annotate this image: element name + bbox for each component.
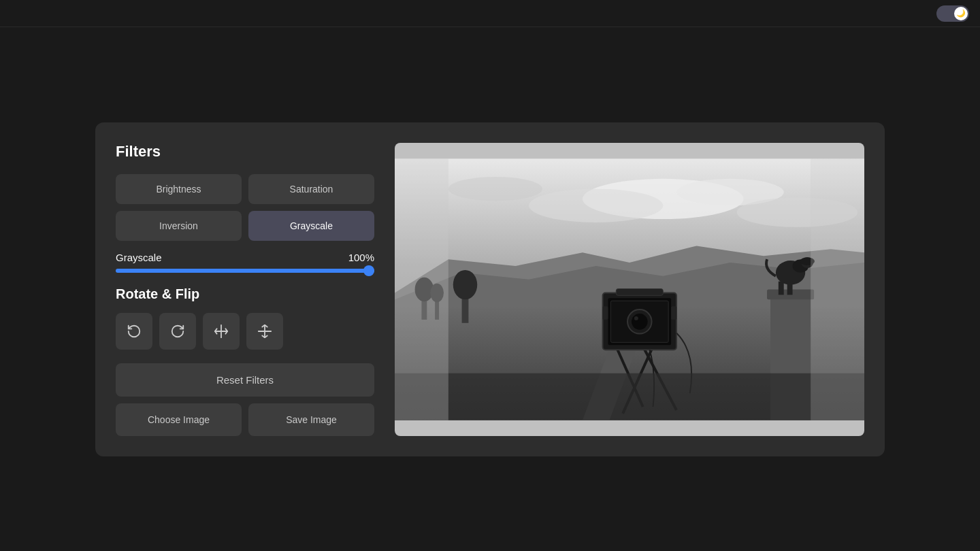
image-preview xyxy=(395,143,864,436)
save-image-button[interactable]: Save Image xyxy=(248,403,374,436)
main-content: Filters Brightness Saturation Inversion … xyxy=(0,27,980,551)
svg-rect-25 xyxy=(616,288,663,295)
flip-horizontal-icon xyxy=(257,324,272,339)
rotate-right-button[interactable] xyxy=(159,313,196,350)
choose-image-button[interactable]: Choose Image xyxy=(116,403,242,436)
svg-point-3 xyxy=(529,188,663,222)
svg-rect-26 xyxy=(603,306,608,320)
svg-rect-36 xyxy=(395,373,864,420)
filter-btn-inversion[interactable]: Inversion xyxy=(116,211,242,241)
rotate-left-button[interactable] xyxy=(116,313,152,350)
rotate-right-icon xyxy=(170,324,185,339)
svg-point-14 xyxy=(453,269,477,299)
dark-mode-toggle[interactable]: 🌙 xyxy=(936,5,969,22)
svg-rect-38 xyxy=(811,158,864,420)
filters-title: Filters xyxy=(116,143,374,161)
filter-btn-saturation[interactable]: Saturation xyxy=(248,174,374,204)
slider-header: Grayscale 100% xyxy=(116,252,374,263)
flip-vertical-icon xyxy=(214,324,229,339)
top-bar: 🌙 xyxy=(0,0,980,27)
svg-point-24 xyxy=(634,316,638,320)
slider-section: Grayscale 100% xyxy=(116,252,374,273)
slider-label: Grayscale xyxy=(116,252,162,263)
svg-rect-34 xyxy=(779,281,784,295)
filter-btn-brightness[interactable]: Brightness xyxy=(116,174,242,204)
image-canvas xyxy=(395,143,864,436)
flip-horizontal-button[interactable] xyxy=(246,313,283,350)
filters-panel: Filters Brightness Saturation Inversion … xyxy=(116,143,374,436)
action-buttons: Choose Image Save Image xyxy=(116,403,374,436)
grayscale-slider[interactable] xyxy=(116,269,374,273)
bottom-buttons: Reset Filters Choose Image Save Image xyxy=(116,363,374,436)
rotate-left-icon xyxy=(127,324,142,339)
svg-rect-35 xyxy=(787,281,793,295)
rotate-flip-title: Rotate & Flip xyxy=(116,286,374,302)
reset-filters-button[interactable]: Reset Filters xyxy=(116,363,374,397)
filter-btn-grayscale[interactable]: Grayscale xyxy=(248,211,374,241)
toggle-knob: 🌙 xyxy=(954,7,968,20)
app-container: Filters Brightness Saturation Inversion … xyxy=(95,122,885,456)
svg-rect-27 xyxy=(671,306,676,320)
svg-rect-37 xyxy=(395,158,448,420)
slider-value: 100% xyxy=(348,252,374,263)
filter-buttons-grid: Brightness Saturation Inversion Grayscal… xyxy=(116,174,374,241)
svg-point-4 xyxy=(448,176,542,200)
flip-vertical-button[interactable] xyxy=(203,313,240,350)
svg-point-23 xyxy=(632,313,648,329)
rotate-flip-buttons xyxy=(116,313,374,350)
